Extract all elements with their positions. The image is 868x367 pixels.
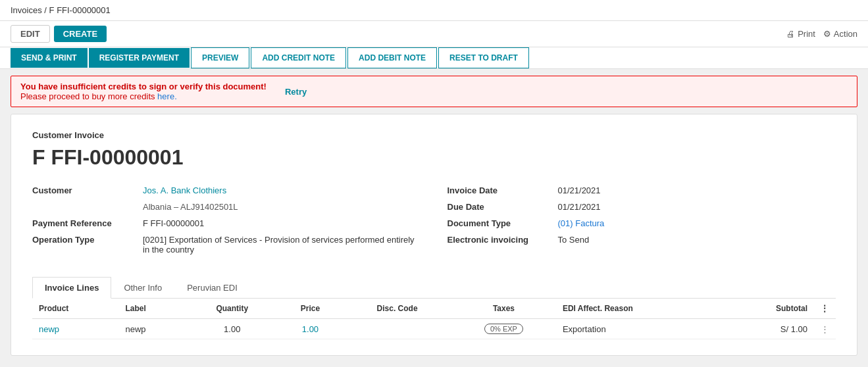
col-header-quantity: Quantity <box>187 299 278 319</box>
table-header-row: Product Label Quantity Price Disc. Code … <box>32 299 836 319</box>
price-link[interactable]: 1.00 <box>302 324 319 334</box>
gear-icon: ⚙ <box>823 29 831 39</box>
action-bar-left: EDIT CREATE <box>11 25 107 43</box>
col-header-subtotal: Subtotal <box>724 299 814 319</box>
due-date-value: 01/21/2021 <box>558 202 601 212</box>
col-header-taxes: Taxes <box>451 299 556 319</box>
operation-type-value: [0201] Exportation of Services - Provisi… <box>143 235 421 255</box>
preview-button[interactable]: PREVIEW <box>191 47 249 68</box>
e-invoicing-row: Electronic invoicing To Send <box>447 235 836 245</box>
col-header-menu: ⋮ <box>814 299 836 319</box>
col-header-price: Price <box>278 299 343 319</box>
document-type-label: Customer Invoice <box>32 130 836 140</box>
product-link[interactable]: newp <box>39 324 59 334</box>
col-header-product: Product <box>32 299 118 319</box>
due-date-label: Due Date <box>447 202 553 212</box>
col-header-label: Label <box>118 299 186 319</box>
table-row: newp newp 1.00 1.00 0% EXP Exportation S… <box>32 319 836 339</box>
doc-type-label: Document Type <box>447 218 553 228</box>
invoice-date-row: Invoice Date 01/21/2021 <box>447 185 836 195</box>
due-date-row: Due Date 01/21/2021 <box>447 202 836 212</box>
invoice-date-value: 01/21/2021 <box>558 185 601 195</box>
alert-content: You have insufficient credits to sign or… <box>20 82 267 101</box>
payment-ref-value: F FFI-00000001 <box>143 218 204 228</box>
create-button[interactable]: CREATE <box>54 26 107 42</box>
tab-other-info[interactable]: Other Info <box>111 277 174 298</box>
customer-value: Jos. A. Bank Clothiers <box>143 185 226 195</box>
address-value: Albania – ALJ91402501L <box>143 202 238 212</box>
address-row: Albania – ALJ91402501L <box>143 202 421 212</box>
tab-invoice-lines[interactable]: Invoice Lines <box>32 277 111 299</box>
print-button[interactable]: 🖨 Print <box>786 29 815 39</box>
action-bar: EDIT CREATE 🖨 Print ⚙ Action <box>0 21 868 47</box>
print-label: Print <box>798 29 815 39</box>
invoice-info-grid: Customer Jos. A. Bank Clothiers Albania … <box>32 185 836 261</box>
col-header-edi-reason: EDI Affect. Reason <box>556 299 724 319</box>
cell-label: newp <box>118 319 186 339</box>
alert-link[interactable]: here. <box>157 91 177 101</box>
cell-taxes: 0% EXP <box>451 319 556 339</box>
action-bar-right: 🖨 Print ⚙ Action <box>786 29 857 39</box>
taxes-badge: 0% EXP <box>484 324 523 334</box>
cell-row-menu[interactable]: ⋮ <box>814 319 836 339</box>
alert-bar: You have insufficient credits to sign or… <box>11 76 857 107</box>
breadcrumb-separator: / <box>44 5 47 15</box>
edit-button[interactable]: EDIT <box>11 25 50 43</box>
e-invoicing-label: Electronic invoicing <box>447 235 553 245</box>
payment-ref-row: Payment Reference F FFI-00000001 <box>32 218 421 228</box>
alert-title: You have insufficient credits to sign or… <box>20 82 267 91</box>
cell-quantity: 1.00 <box>187 319 278 339</box>
alert-message: Please proceed to buy more credits <box>20 91 157 101</box>
cell-product: newp <box>32 319 118 339</box>
cell-subtotal: S/ 1.00 <box>724 319 814 339</box>
customer-label: Customer <box>32 185 138 195</box>
tab-peruvian-edi[interactable]: Peruvian EDI <box>174 277 250 298</box>
customer-link[interactable]: Jos. A. Bank Clothiers <box>143 185 226 195</box>
cell-edi-reason: Exportation <box>556 319 724 339</box>
invoice-number: F FFI-00000001 <box>32 145 836 170</box>
action-label: Action <box>834 29 857 39</box>
invoice-lines-table: Product Label Quantity Price Disc. Code … <box>32 299 836 339</box>
breadcrumb-bar: Invoices / F FFI-00000001 <box>0 0 868 21</box>
operation-type-row: Operation Type [0201] Exportation of Ser… <box>32 235 421 255</box>
reset-to-draft-button[interactable]: RESET TO DRAFT <box>438 47 529 68</box>
add-debit-note-button[interactable]: ADD DEBIT NOTE <box>347 47 437 68</box>
e-invoicing-value: To Send <box>558 235 590 245</box>
cell-price: 1.00 <box>278 319 343 339</box>
send-print-button[interactable]: SEND & PRINT <box>11 48 88 68</box>
doc-type-value: (01) Factura <box>558 218 605 228</box>
invoice-date-label: Invoice Date <box>447 185 553 195</box>
invoice-info-left: Customer Jos. A. Bank Clothiers Albania … <box>32 185 421 261</box>
breadcrumb-parent-link[interactable]: Invoices <box>11 5 42 15</box>
add-credit-note-button[interactable]: ADD CREDIT NOTE <box>251 47 346 68</box>
payment-ref-label: Payment Reference <box>32 218 138 228</box>
invoice-document: Customer Invoice F FFI-00000001 Customer… <box>11 114 857 356</box>
doc-type-row: Document Type (01) Factura <box>447 218 836 228</box>
col-header-disc-code: Disc. Code <box>343 299 451 319</box>
register-payment-button[interactable]: REGISTER PAYMENT <box>89 48 190 68</box>
operation-type-label: Operation Type <box>32 235 138 245</box>
breadcrumb: Invoices / F FFI-00000001 <box>11 5 111 15</box>
invoice-tabs: Invoice Lines Other Info Peruvian EDI <box>32 277 836 299</box>
invoice-info-right: Invoice Date 01/21/2021 Due Date 01/21/2… <box>447 185 836 261</box>
retry-button[interactable]: Retry <box>280 84 312 99</box>
print-icon: 🖨 <box>786 29 795 39</box>
cell-disc-code <box>343 319 451 339</box>
action-dropdown-button[interactable]: ⚙ Action <box>823 29 857 39</box>
toolbar: SEND & PRINT REGISTER PAYMENT PREVIEW AD… <box>0 47 868 69</box>
breadcrumb-current: F FFI-00000001 <box>49 5 111 15</box>
customer-row: Customer Jos. A. Bank Clothiers <box>32 185 421 195</box>
